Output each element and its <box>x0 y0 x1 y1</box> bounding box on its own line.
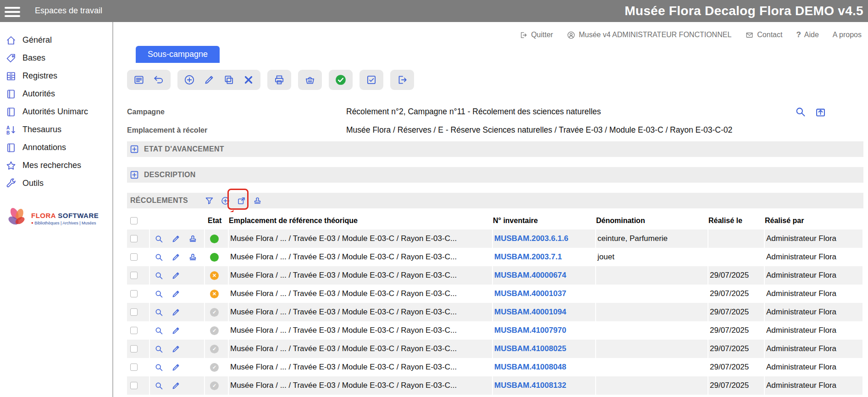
realise-par-cell: Administrateur Flora <box>765 376 863 395</box>
sidebar-item-autorites-unimarc[interactable]: Autorités Unimarc <box>0 103 112 121</box>
edit-record-icon[interactable] <box>171 363 181 372</box>
search-icon[interactable] <box>794 106 807 118</box>
empty-action-slot <box>188 271 198 280</box>
open-window-icon[interactable] <box>814 106 827 118</box>
status-cell <box>205 248 229 266</box>
edit-icon[interactable] <box>203 74 215 86</box>
stamp-record-icon[interactable] <box>188 234 198 244</box>
inventory-link[interactable]: MUSBAM.2003.7.1 <box>493 252 562 262</box>
table-row: ✓Musée Flora / ... / Travée E-03 / Modul… <box>127 358 863 376</box>
view-record-icon[interactable] <box>154 289 164 299</box>
stamp-record-icon[interactable] <box>188 252 198 262</box>
sidebar-item-thesaurus[interactable]: AB Thesaurus <box>0 121 112 139</box>
toolbar-button-validate[interactable] <box>329 70 353 90</box>
workspace-label[interactable]: Espaces de travail <box>35 6 102 16</box>
row-checkbox[interactable] <box>130 253 138 261</box>
row-checkbox[interactable] <box>130 363 138 371</box>
row-checkbox[interactable] <box>130 272 138 279</box>
view-record-icon[interactable] <box>154 271 164 280</box>
row-checkbox[interactable] <box>130 327 138 334</box>
section-title: RÉCOLEMENTS <box>130 196 188 205</box>
edit-record-icon[interactable] <box>171 271 181 280</box>
status-gray-icon: ✓ <box>210 345 219 353</box>
edit-record-icon[interactable] <box>171 308 181 317</box>
view-record-icon[interactable] <box>154 308 164 317</box>
sidebar-item-registres[interactable]: Registres <box>0 67 112 85</box>
view-record-icon[interactable] <box>154 381 164 391</box>
filter-icon[interactable] <box>205 196 214 206</box>
sidebar-item-annotations[interactable]: Annotations <box>0 139 112 157</box>
section-etat-avancement[interactable]: ETAT D'AVANCEMENT <box>127 141 863 157</box>
select-all-checkbox[interactable] <box>130 217 138 224</box>
list-view-icon[interactable] <box>133 74 145 86</box>
emplacement-cell: Musée Flora / ... / Travée E-03 / Module… <box>229 303 493 321</box>
table-row: ✕Musée Flora / ... / Travée E-03 / Modul… <box>127 266 863 285</box>
row-checkbox[interactable] <box>130 345 138 352</box>
add-icon[interactable] <box>183 74 195 86</box>
denomination-cell <box>596 266 708 285</box>
stamp-icon[interactable] <box>253 196 262 206</box>
about-button[interactable]: A propos <box>833 31 862 39</box>
expand-icon[interactable] <box>130 145 138 153</box>
sidebar-item-autorites[interactable]: Autorités <box>0 85 112 103</box>
help-button[interactable]: ? Aide <box>796 30 818 39</box>
view-record-icon[interactable] <box>154 326 164 335</box>
inventory-link[interactable]: MUSBAM.2003.6.1.6 <box>493 234 569 243</box>
sidebar-item-general[interactable]: Général <box>0 31 112 49</box>
edit-record-icon[interactable] <box>171 344 181 354</box>
open-external-icon[interactable] <box>237 196 246 206</box>
view-record-icon[interactable] <box>154 252 164 262</box>
toolbar-button-check[interactable] <box>359 70 383 90</box>
tab-sous-campagne[interactable]: Sous-campagne <box>136 46 220 63</box>
quit-button[interactable]: Quitter <box>519 31 553 39</box>
row-checkbox[interactable] <box>130 235 138 242</box>
delete-icon[interactable] <box>243 74 254 86</box>
help-icon: ? <box>796 30 801 39</box>
menu-icon[interactable] <box>5 5 21 19</box>
edit-record-icon[interactable] <box>171 381 181 391</box>
inventory-link[interactable]: MUSBAM.40000674 <box>493 271 566 280</box>
denomination-cell: ceinture, Parfumerie <box>596 229 708 248</box>
edit-record-icon[interactable] <box>171 252 181 262</box>
row-checkbox[interactable] <box>130 290 138 297</box>
toolbar-button-basket[interactable] <box>298 70 322 90</box>
view-record-icon[interactable] <box>154 363 164 372</box>
sidebar-item-bases[interactable]: Bases <box>0 49 112 67</box>
contact-button[interactable]: Contact <box>745 31 782 39</box>
expand-icon[interactable] <box>130 171 138 179</box>
sidebar-item-outils[interactable]: Outils <box>0 174 112 192</box>
user-menu[interactable]: Musée v4 ADMINISTRATEUR FONCTIONNEL <box>567 31 731 39</box>
copy-icon[interactable] <box>223 74 235 86</box>
edit-record-icon[interactable] <box>171 289 181 299</box>
toolbar-button-print[interactable] <box>267 70 291 90</box>
denomination-cell <box>596 358 708 376</box>
sidebar-item-label: Annotations <box>22 143 66 152</box>
emplacement-cell: Musée Flora / ... / Travée E-03 / Module… <box>229 340 493 358</box>
section-description[interactable]: DESCRIPTION <box>127 167 863 183</box>
status-gray-icon: ✓ <box>210 326 219 335</box>
empty-action-slot <box>188 326 198 335</box>
edit-record-icon[interactable] <box>171 326 181 335</box>
emplacement-label: Emplacement à récoler <box>127 126 207 134</box>
inventory-link[interactable]: MUSBAM.41008025 <box>493 344 566 353</box>
add-recolement-icon[interactable] <box>221 196 230 206</box>
view-record-icon[interactable] <box>154 344 164 354</box>
status-cell: ✕ <box>205 285 229 303</box>
inventory-link[interactable]: MUSBAM.40001094 <box>493 308 566 317</box>
row-actions-cell <box>150 248 205 266</box>
app-title: Musée Flora Decalog Flora DEMO v4.5 <box>625 4 863 18</box>
edit-record-icon[interactable] <box>171 234 181 244</box>
toolbar-button-export[interactable] <box>390 70 414 90</box>
row-checkbox[interactable] <box>130 308 138 316</box>
view-record-icon[interactable] <box>154 234 164 244</box>
inventory-link[interactable]: MUSBAM.41008048 <box>493 363 566 372</box>
inventory-link[interactable]: MUSBAM.40001037 <box>493 289 566 298</box>
inventory-link[interactable]: MUSBAM.41008132 <box>493 381 566 390</box>
undo-icon[interactable] <box>153 74 165 86</box>
row-checkbox-cell <box>127 285 150 303</box>
row-actions-cell <box>150 340 205 358</box>
row-checkbox[interactable] <box>130 382 138 389</box>
inventaire-cell: MUSBAM.41007970 <box>493 321 596 340</box>
sidebar-item-mes-recherches[interactable]: Mes recherches <box>0 157 112 174</box>
inventory-link[interactable]: MUSBAM.41007970 <box>493 326 566 335</box>
